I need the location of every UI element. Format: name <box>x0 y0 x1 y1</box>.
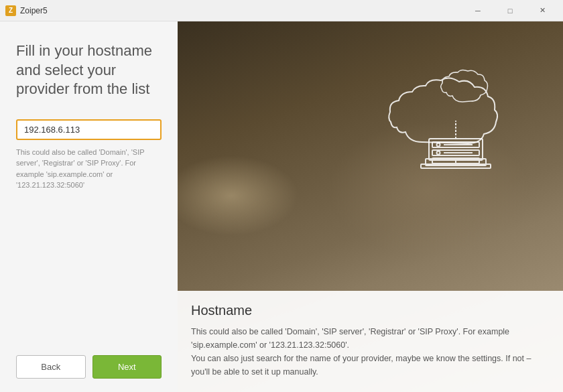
app-icon: Z <box>5 5 16 16</box>
hostname-input[interactable] <box>16 119 162 140</box>
info-body: This could also be called 'Domain', 'SIP… <box>191 325 550 379</box>
close-button[interactable]: ✕ <box>527 0 558 21</box>
next-button[interactable]: Next <box>92 355 162 379</box>
hint-text: This could also be called 'Domain', 'SIP… <box>16 147 162 191</box>
minimize-button[interactable]: ─ <box>462 0 493 21</box>
info-title: Hostname <box>191 303 550 318</box>
cloud-server-svg <box>369 35 543 236</box>
info-box: Hostname This could also be called 'Doma… <box>178 291 563 392</box>
right-panel: Hostname This could also be called 'Doma… <box>178 21 563 392</box>
panel-title: Fill in your hostname and select your pr… <box>16 42 162 99</box>
button-row: Back Next <box>16 342 162 379</box>
maximize-button[interactable]: □ <box>495 0 525 21</box>
back-button[interactable]: Back <box>16 355 86 379</box>
illustration <box>369 35 543 236</box>
svg-point-6 <box>437 151 440 155</box>
svg-point-3 <box>437 143 440 147</box>
left-panel: Fill in your hostname and select your pr… <box>0 21 178 392</box>
info-body-text-2: You can also just search for the name of… <box>191 354 531 377</box>
window-controls: ─ □ ✕ <box>462 0 558 21</box>
app-title: Zoiper5 <box>20 6 462 15</box>
titlebar: Z Zoiper5 ─ □ ✕ <box>0 0 563 21</box>
main-content: Fill in your hostname and select your pr… <box>0 21 563 392</box>
info-body-text-1: This could also be called 'Domain', 'SIP… <box>191 327 509 350</box>
